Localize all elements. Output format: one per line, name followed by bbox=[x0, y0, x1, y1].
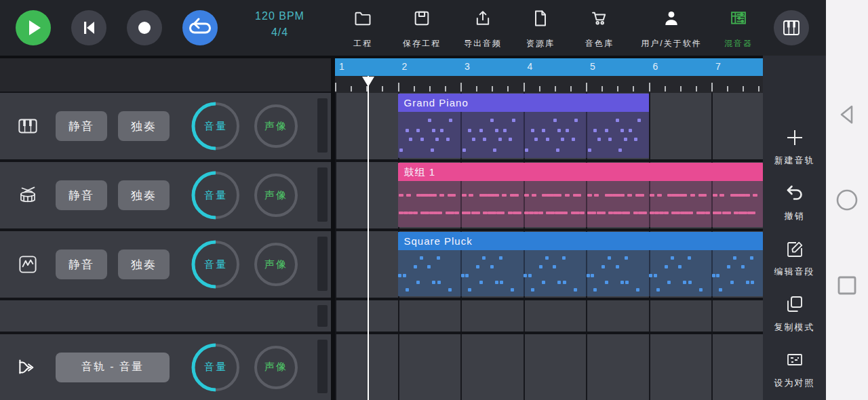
master-volume-button[interactable]: 音轨 - 音量 bbox=[56, 353, 170, 382]
midi-note bbox=[511, 288, 514, 292]
midi-note bbox=[539, 265, 542, 268]
midi-note bbox=[431, 148, 434, 152]
mute-button[interactable]: 静音 bbox=[56, 249, 107, 279]
knob-label: 声像 bbox=[254, 345, 298, 390]
toolbar-item-label: 音色库 bbox=[585, 38, 614, 49]
midi-note bbox=[479, 129, 483, 132]
clip-piano[interactable]: Grand Piano bbox=[398, 94, 649, 158]
midi-note bbox=[403, 274, 406, 277]
pan-knob[interactable]: 声像 bbox=[254, 242, 298, 287]
timeline-ruler[interactable]: 1234567 bbox=[335, 58, 763, 76]
bar-gridline bbox=[586, 334, 587, 400]
bar-gridline bbox=[335, 162, 336, 228]
plus-icon bbox=[783, 126, 806, 152]
knob-label: 音量 bbox=[191, 102, 240, 151]
sidebar-item-copy-mode[interactable]: 复制模式 bbox=[763, 293, 826, 344]
mute-button[interactable]: 静音 bbox=[56, 180, 107, 210]
bar-number: 3 bbox=[465, 61, 470, 72]
undo-icon bbox=[783, 182, 806, 207]
midi-note bbox=[654, 212, 659, 214]
midi-note bbox=[517, 212, 521, 214]
toolbar-item-mixer[interactable]: 混音器 bbox=[698, 9, 779, 49]
solo-button[interactable]: 独奏 bbox=[118, 111, 170, 141]
midi-note bbox=[688, 212, 693, 214]
clip-drums[interactable]: 鼓组 1 bbox=[398, 163, 764, 227]
sidebar-item-label: 编辑音段 bbox=[774, 266, 815, 278]
recents-square-icon bbox=[835, 287, 859, 299]
midi-note bbox=[665, 265, 668, 268]
midi-note bbox=[416, 281, 420, 284]
ruler-tick bbox=[539, 86, 540, 92]
ruler-tick bbox=[633, 86, 634, 92]
midi-note bbox=[713, 194, 717, 197]
volume-knob[interactable]: 音量 bbox=[191, 240, 240, 289]
midi-note bbox=[751, 212, 755, 214]
midi-note bbox=[597, 138, 601, 141]
volume-knob[interactable]: 音量 bbox=[191, 171, 240, 220]
play-button[interactable] bbox=[16, 10, 51, 45]
sidebar-item-set-reference[interactable]: 设为对照 bbox=[763, 348, 826, 400]
mute-button[interactable]: 静音 bbox=[56, 111, 107, 141]
sidebar-item-new-track[interactable]: 新建音轨 bbox=[763, 126, 826, 178]
midi-note bbox=[462, 194, 467, 197]
midi-note bbox=[468, 129, 471, 132]
pan-knob[interactable]: 声像 bbox=[254, 104, 298, 148]
clip-bar-divider bbox=[524, 250, 525, 296]
toolbar-item-sound-store[interactable]: 音色库 bbox=[559, 9, 640, 49]
midi-note bbox=[682, 194, 687, 197]
master-pan-knob[interactable]: 声像 bbox=[254, 345, 298, 390]
bpm-display[interactable]: 120 BPM 4/4 bbox=[241, 8, 319, 47]
reference-icon bbox=[783, 348, 806, 374]
master-track-header: 音轨 - 音量 音量 声像 bbox=[0, 334, 331, 400]
midi-note bbox=[591, 212, 596, 214]
playhead[interactable] bbox=[368, 76, 369, 400]
midi-note bbox=[399, 148, 403, 152]
midi-note bbox=[563, 281, 566, 284]
midi-note bbox=[437, 212, 442, 214]
master-volume-knob[interactable]: 音量 bbox=[191, 343, 240, 392]
record-button[interactable] bbox=[127, 10, 162, 45]
rewind-button[interactable] bbox=[71, 10, 106, 45]
midi-note bbox=[493, 148, 496, 152]
sidebar-item-undo[interactable]: 撤销 bbox=[763, 182, 826, 233]
knob-label: 声像 bbox=[254, 104, 298, 148]
midi-note bbox=[642, 212, 647, 214]
solo-button[interactable]: 独奏 bbox=[118, 180, 170, 210]
midi-note bbox=[657, 194, 662, 197]
midi-note bbox=[572, 138, 575, 141]
output-icon bbox=[15, 355, 41, 383]
midi-note bbox=[414, 265, 417, 268]
tool-sidebar: 新建音轨撤销编辑音段复制模式设为对照重命名 bbox=[763, 56, 826, 400]
nav-home-button[interactable] bbox=[834, 187, 860, 216]
pan-knob[interactable]: 声像 bbox=[254, 173, 298, 218]
midi-note bbox=[753, 194, 757, 197]
ruler-tick bbox=[351, 86, 352, 92]
sidebar-item-edit-clip[interactable]: 编辑音段 bbox=[763, 237, 826, 289]
ruler-ticks[interactable] bbox=[335, 76, 763, 93]
nav-recents-button[interactable] bbox=[835, 274, 859, 300]
volume-knob[interactable]: 音量 bbox=[191, 102, 240, 151]
bar-gridline bbox=[335, 93, 336, 159]
track-header: 静音独奏 音量 声像 bbox=[0, 162, 331, 228]
timeline-lane[interactable] bbox=[335, 300, 763, 332]
playhead-handle[interactable] bbox=[362, 77, 374, 87]
midi-note bbox=[683, 281, 686, 284]
timeline-lane[interactable] bbox=[335, 334, 763, 400]
midi-note bbox=[566, 129, 569, 132]
midi-note bbox=[482, 256, 486, 260]
clip-bar-divider bbox=[586, 112, 587, 158]
ruler-tick bbox=[586, 83, 587, 92]
bar-gridline bbox=[460, 300, 462, 332]
ruler-tick bbox=[743, 86, 744, 92]
midi-note bbox=[557, 194, 561, 197]
midi-note bbox=[671, 256, 674, 260]
ruler-tick bbox=[696, 86, 697, 92]
nav-back-button[interactable] bbox=[837, 103, 857, 129]
sidebar-item-label: 复制模式 bbox=[774, 321, 815, 334]
solo-button[interactable]: 独奏 bbox=[118, 249, 170, 279]
loop-button[interactable] bbox=[182, 10, 218, 45]
clip-pluck[interactable]: Square Pluck bbox=[398, 232, 764, 296]
piano-icon bbox=[15, 113, 41, 142]
keyboard-button[interactable] bbox=[774, 10, 809, 45]
ruler-tick bbox=[476, 86, 477, 92]
